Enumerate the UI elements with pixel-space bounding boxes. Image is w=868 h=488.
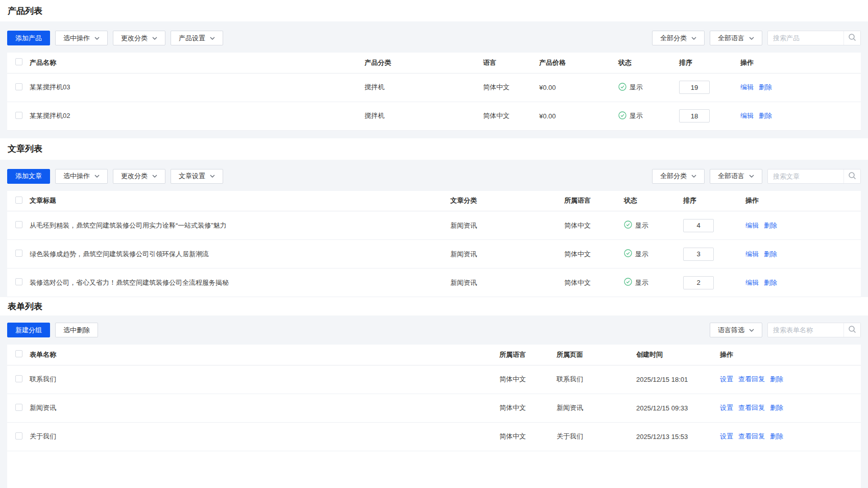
products-category-filter[interactable]: 全部分类 [652,31,705,45]
add-product-button[interactable]: 添加产品 [7,31,50,45]
forms-search [767,323,861,337]
chevron-down-icon [94,37,100,40]
edit-link[interactable]: 编辑 [745,250,759,258]
row-checkbox[interactable] [15,221,22,228]
sort-input[interactable] [683,219,714,232]
dropdown-label: 更改分类 [121,172,148,181]
chevron-down-icon [94,175,100,178]
delete-link[interactable]: 删除 [770,375,783,383]
status-badge: 显示 [624,249,648,259]
column-header: 产品名称 [30,53,365,73]
column-header: 所属语言 [564,191,624,211]
dropdown-label: 产品设置 [179,34,205,43]
row-checkbox[interactable] [15,432,22,440]
form-name: 联系我们 [30,365,499,394]
articles-search-button[interactable] [843,169,860,183]
delete-link[interactable]: 删除 [759,83,772,91]
articles-header-row: 文章标题 文章分类 所属语言 状态 排序 操作 [7,191,861,211]
articles-language-filter[interactable]: 全部语言 [710,169,762,184]
column-header: 操作 [745,191,861,211]
products-table-card: 产品名称 产品分类 语言 产品价格 状态 排序 操作 某某搅拌机03 [7,53,861,131]
row-checkbox[interactable] [15,83,22,90]
add-article-button[interactable]: 添加文章 [7,169,50,184]
form-created-time: 2025/12/15 09:33 [636,394,720,422]
row-checkbox[interactable] [15,250,22,257]
row-checkbox[interactable] [15,112,22,119]
articles-category-filter[interactable]: 全部分类 [652,169,705,184]
products-search-button[interactable] [843,31,860,45]
sort-input[interactable] [679,109,710,123]
delete-link[interactable]: 删除 [764,250,777,258]
delete-link[interactable]: 删除 [764,222,777,229]
edit-link[interactable]: 编辑 [740,83,754,91]
column-header: 产品分类 [365,53,483,73]
column-header: 状态 [618,53,679,73]
new-group-button[interactable]: 新建分组 [7,323,50,337]
forms-search-button[interactable] [843,323,860,337]
products-section-body: 添加产品 选中操作 更改分类 产品设置 [0,21,868,138]
delete-link[interactable]: 删除 [770,404,783,411]
articles-section-title: 文章列表 [0,138,868,160]
product-language: 简体中文 [483,102,539,130]
dropdown-label: 选中操作 [63,34,90,43]
delete-selected-button[interactable]: 选中删除 [55,323,98,337]
view-replies-link[interactable]: 查看回复 [738,404,765,411]
products-search-input[interactable] [768,31,843,45]
sort-input[interactable] [683,276,714,289]
forms-language-filter[interactable]: 语言筛选 [710,323,762,337]
column-header: 所属语言 [499,345,557,365]
edit-link[interactable]: 编辑 [740,112,754,119]
products-toolbar: 添加产品 选中操作 更改分类 产品设置 [7,31,861,45]
articles-section: 文章列表 添加文章 选中操作 更改分类 文章设置 [0,138,868,298]
select-all-checkbox[interactable] [15,197,22,204]
settings-link[interactable]: 设置 [720,404,733,411]
products-language-filter[interactable]: 全部语言 [710,31,762,45]
row-checkbox[interactable] [15,375,22,382]
row-checkbox[interactable] [15,278,22,285]
form-name: 关于我们 [30,422,499,451]
status-badge: 显示 [624,221,648,230]
forms-section: 表单列表 新建分组 选中删除 语言筛选 [0,297,868,488]
filter-label: 全部分类 [660,172,687,181]
forms-search-input[interactable] [768,323,843,337]
form-language: 简体中文 [499,422,557,451]
chevron-down-icon [749,37,754,40]
articles-bulk-actions-dropdown[interactable]: 选中操作 [55,169,108,184]
delete-link[interactable]: 删除 [770,432,783,440]
articles-change-category-dropdown[interactable]: 更改分类 [113,169,165,184]
articles-settings-dropdown[interactable]: 文章设置 [171,169,223,184]
article-title: 从毛坯到精装，鼎筑空间建筑装修公司用实力诠释“一站式装修”魅力 [30,211,450,240]
column-header: 语言 [483,53,539,73]
sort-input[interactable] [683,248,714,261]
settings-link[interactable]: 设置 [720,375,733,383]
column-header: 创建时间 [636,345,720,365]
table-row: 关于我们 简体中文 关于我们 2025/12/13 15:53 设置查看回复删除 [7,422,861,451]
products-bulk-actions-dropdown[interactable]: 选中操作 [55,31,108,45]
view-replies-link[interactable]: 查看回复 [738,432,765,440]
products-table: 产品名称 产品分类 语言 产品价格 状态 排序 操作 某某搅拌机03 [7,53,861,131]
status-check-icon [624,249,632,259]
products-settings-dropdown[interactable]: 产品设置 [171,31,223,45]
select-all-checkbox[interactable] [15,350,22,357]
view-replies-link[interactable]: 查看回复 [738,375,765,383]
settings-link[interactable]: 设置 [720,432,733,440]
select-all-checkbox[interactable] [15,58,22,65]
articles-table-card: 文章标题 文章分类 所属语言 状态 排序 操作 从毛坯到精装，鼎筑空间建筑装修公… [7,191,861,298]
forms-table: 表单名称 所属语言 所属页面 创建时间 操作 联系我们 简体中文 联系我们 [7,345,861,451]
products-search [767,31,861,45]
sort-input[interactable] [679,81,710,94]
column-header: 排序 [679,53,740,73]
articles-search-input[interactable] [768,169,843,183]
filter-label: 全部语言 [718,172,744,181]
article-category: 新闻资讯 [450,269,564,297]
article-language: 简体中文 [564,211,624,240]
edit-link[interactable]: 编辑 [745,222,759,229]
dropdown-label: 更改分类 [121,34,148,43]
form-name: 新闻资讯 [30,394,499,422]
delete-link[interactable]: 删除 [759,112,772,119]
row-checkbox[interactable] [15,404,22,411]
products-change-category-dropdown[interactable]: 更改分类 [113,31,165,45]
delete-link[interactable]: 删除 [764,279,777,286]
edit-link[interactable]: 编辑 [745,279,759,286]
article-category: 新闻资讯 [450,240,564,269]
